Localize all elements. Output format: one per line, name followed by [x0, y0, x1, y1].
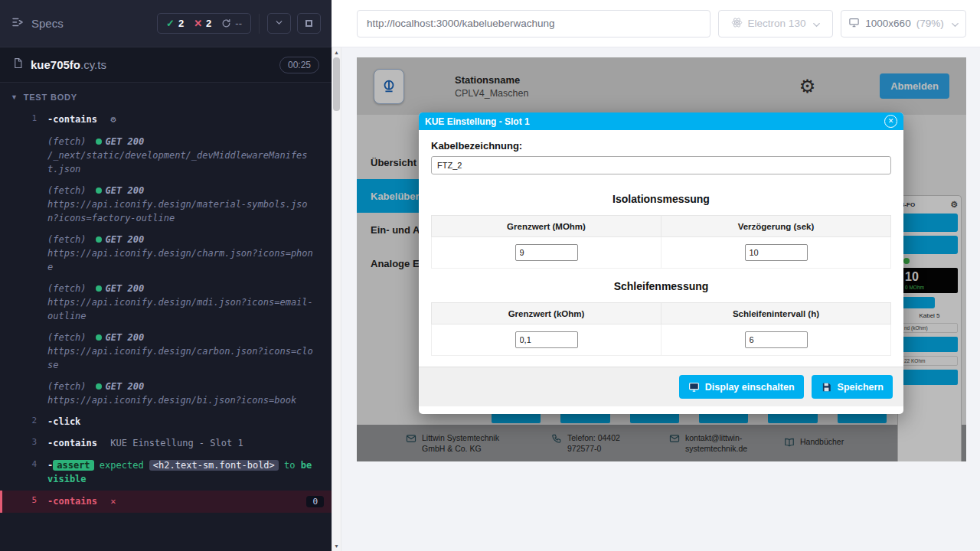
status-dot-icon	[96, 383, 102, 390]
grenzwert-kohm-input[interactable]	[515, 331, 578, 348]
spec-ext: .cy.ts	[80, 58, 106, 71]
cypress-reporter: Specs ✓ 2 ✕ 2 --	[0, 0, 332, 551]
browser-name: Electron 130	[748, 18, 806, 29]
table-cell	[662, 324, 891, 356]
close-icon[interactable]: ✕	[884, 115, 897, 128]
fetch-log-entry[interactable]: (fetch) GET 200 https://api.iconify.desi…	[0, 180, 332, 229]
verzoegerung-input[interactable]	[745, 244, 808, 261]
command-method: -contains	[47, 496, 97, 507]
spec-header[interactable]: kue705fo.cy.ts 00:25	[0, 47, 332, 83]
command-method: -contains	[47, 438, 97, 448]
column-header-verzoegerung: Verzögerung (sek)	[662, 216, 891, 237]
column-header-grenzwert-mohm: Grenzwert (MOhm)	[432, 216, 662, 237]
column-header-schleifenintervall: Schleifenintervall (h)	[662, 303, 891, 324]
fetch-url: /_next/static/development/_devMiddleware…	[47, 148, 315, 176]
schleifenmessung-table: Grenzwert (kOhm) Schleifenintervall (h)	[431, 302, 891, 356]
specs-label: Specs	[31, 17, 64, 30]
fetch-status: GET 200	[106, 282, 145, 295]
command-row-click[interactable]: 2 -click	[0, 411, 332, 433]
table-cell	[432, 324, 662, 356]
chevron-down-icon	[274, 18, 284, 30]
command-row-contains-1[interactable]: 1 -contains ⚙	[0, 109, 332, 131]
fetch-tag: (fetch)	[47, 233, 87, 246]
command-log: 1 -contains ⚙ (fetch) GET 200 /_next/sta…	[0, 109, 332, 513]
fetch-log-entry[interactable]: (fetch) GET 200 https://api.iconify.desi…	[0, 229, 332, 278]
modal-header: KUE Einstellung - Slot 1 ✕	[419, 112, 903, 130]
chevron-down-icon: ▼	[11, 93, 18, 101]
modal-footer: Display einschalten Speichern	[419, 367, 903, 406]
stat-passed: ✓ 2	[166, 18, 184, 29]
stop-icon	[305, 20, 312, 27]
fetch-url: https://api.iconify.design/carbon.json?i…	[47, 344, 315, 372]
reporter-scrollbar[interactable]: ▲ ▼	[332, 47, 341, 551]
fetch-url: https://api.iconify.design/material-symb…	[47, 197, 315, 225]
speichern-button[interactable]: Speichern	[812, 375, 893, 399]
failed-count: 2	[206, 18, 211, 29]
command-number: 4	[0, 458, 47, 469]
command-method: -click	[47, 416, 80, 427]
fetch-url: https://api.iconify.design/charm.json?ic…	[47, 246, 315, 274]
status-dot-icon	[96, 236, 102, 243]
isolationsmessung-title: Isolationsmessung	[431, 193, 891, 205]
fetch-log-entry[interactable]: (fetch) GET 200 https://api.iconify.desi…	[0, 278, 332, 327]
stat-failed: ✕ 2	[194, 18, 211, 29]
passed-count: 2	[178, 18, 184, 29]
x-icon: ✕	[194, 18, 202, 29]
table-cell	[432, 237, 662, 269]
modal-title: KUE Einstellung - Slot 1	[425, 116, 530, 127]
kabelbezeichnung-input[interactable]	[431, 156, 891, 174]
command-method: -contains	[47, 114, 97, 125]
command-row-contains-failed[interactable]: 5 -contains ✕ 0	[0, 491, 332, 513]
collapse-button[interactable]	[267, 13, 291, 34]
reporter-header: Specs ✓ 2 ✕ 2 --	[0, 0, 332, 47]
gear-icon: ⚙	[110, 114, 116, 125]
test-body-label: TEST BODY	[24, 93, 77, 102]
spec-name: kue705fo	[31, 58, 80, 71]
divider	[259, 14, 260, 34]
status-dot-icon	[96, 285, 102, 292]
display-button-label: Display einschalten	[705, 382, 795, 393]
command-row-assert[interactable]: 4 -assert expected <h2.text-sm.font-bold…	[0, 455, 332, 491]
viewport-zoom: (79%)	[916, 18, 944, 29]
fetch-log-entry[interactable]: (fetch) GET 200 /_next/static/developmen…	[0, 131, 332, 180]
test-body-section[interactable]: ▼ TEST BODY	[0, 83, 332, 109]
fetch-log-entry[interactable]: (fetch) GET 200 https://api.iconify.desi…	[0, 327, 332, 376]
command-number: 3	[0, 436, 47, 447]
pending-count: --	[235, 18, 242, 29]
column-header-grenzwert-kohm: Grenzwert (kOhm)	[432, 303, 662, 324]
stat-pending: --	[221, 18, 242, 29]
url-input[interactable]	[357, 10, 710, 37]
fetch-status: GET 200	[106, 380, 145, 393]
electron-icon	[731, 17, 743, 31]
fetch-url: https://api.iconify.design/bi.json?icons…	[47, 393, 315, 407]
schleifenintervall-input[interactable]	[745, 331, 808, 348]
fetch-log-entry[interactable]: (fetch) GET 200 https://api.iconify.desi…	[0, 376, 332, 411]
status-dot-icon	[96, 187, 102, 194]
command-number: 2	[0, 415, 47, 425]
assert-to: to	[284, 460, 295, 471]
test-stats: ✓ 2 ✕ 2 --	[157, 13, 251, 34]
save-floppy-icon	[821, 382, 832, 393]
specs-menu-button[interactable]: Specs	[11, 15, 64, 31]
viewport-selector[interactable]: 1000x660 (79%)	[841, 10, 966, 37]
spec-file-icon	[12, 57, 31, 72]
command-row-contains-2[interactable]: 3 -contains KUE Einstellung - Slot 1	[0, 432, 332, 455]
scrollbar-thumb[interactable]	[333, 57, 340, 111]
grenzwert-mohm-input[interactable]	[515, 244, 578, 261]
fetch-tag: (fetch)	[47, 331, 87, 344]
spec-timer: 00:25	[279, 57, 319, 73]
fetch-status: GET 200	[106, 233, 145, 246]
assert-badge: assert	[53, 460, 93, 471]
chevron-down-icon	[949, 19, 959, 28]
scroll-down-icon[interactable]: ▼	[334, 541, 339, 551]
fetch-tag: (fetch)	[47, 184, 87, 197]
stop-button[interactable]	[297, 13, 321, 34]
browser-selector[interactable]: Electron 130	[718, 10, 833, 37]
display-einschalten-button[interactable]: Display einschalten	[679, 375, 804, 399]
kue-settings-modal: KUE Einstellung - Slot 1 ✕ Kabelbezeichn…	[419, 112, 903, 414]
scroll-up-icon[interactable]: ▲	[334, 47, 339, 57]
check-icon: ✓	[166, 18, 175, 29]
fetch-tag: (fetch)	[47, 135, 87, 148]
app-viewport: Stationsname CPLV4_Maschen ⚙ Abmelden Üb…	[357, 57, 966, 461]
status-dot-icon	[96, 334, 102, 341]
